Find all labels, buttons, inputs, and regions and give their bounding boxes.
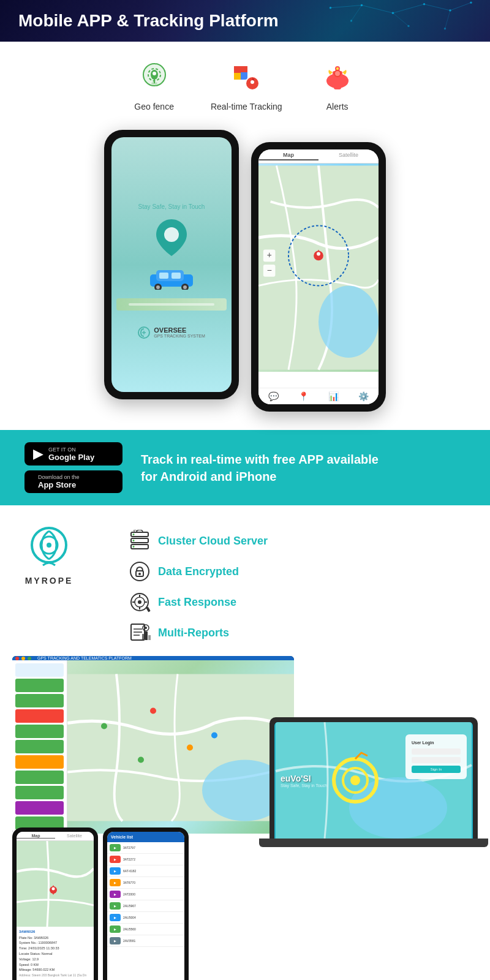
myrope-features-list: Cluster Cloud Server Data Encrypted (92, 524, 466, 644)
phones-section: Stay Safe, Stay in Touch (0, 124, 490, 430)
list-item: ▶ 3AT2797 (107, 842, 184, 854)
alerts-label: Alerts (326, 102, 349, 111)
laptop-brand: euVo'SI Stay Safe, Stay in Touch (281, 774, 327, 788)
cluster-label: Cluster Cloud Server (158, 535, 268, 548)
list-item: ▶ 2AU5560 (107, 924, 184, 935)
vehicle-id: 3AW6026 (19, 929, 91, 935)
svg-rect-73 (142, 634, 145, 640)
svg-rect-41 (159, 273, 168, 279)
topbar-dot-green (28, 657, 31, 660)
phone-bottom-nav: 💬 📍 📊 ⚙️ (258, 388, 379, 404)
phone-screen-left: Stay Safe, Stay in Touch (111, 137, 232, 392)
vehicle-id-text: 3AT2797 (123, 846, 135, 850)
vehicle-id-text: 6AT-6182 (123, 869, 136, 873)
nav-settings-icon: ⚙️ (358, 391, 369, 401)
phone-screen-right: Map Satellite (258, 149, 379, 404)
dashboard-container: GPS TRACKING AND TELEMATICS PLATFORM (12, 656, 478, 980)
svg-point-33 (335, 71, 340, 76)
laptop-screen-outer: User Login Sign In euVo'SI Stay Safe, St… (270, 717, 478, 839)
fast-response-icon (129, 591, 151, 613)
svg-point-20 (153, 72, 156, 75)
page-title: Mobile APP & Tracking Platform (18, 11, 472, 31)
tracking-label: Real-time Tracking (211, 102, 282, 111)
svg-rect-75 (148, 635, 151, 640)
svg-line-9 (331, 6, 362, 8)
svg-point-48 (317, 252, 320, 256)
svg-point-93 (52, 888, 55, 891)
vehicle-dot: ▶ (110, 844, 121, 851)
svg-point-90 (350, 775, 360, 785)
mileage-info: Mileage: 54690.022 KM (19, 967, 91, 973)
svg-point-45 (318, 285, 379, 358)
brand-sub: GPS TRACKING SYSTEM (154, 334, 205, 338)
vehicle-id-text: 2AV3581 (123, 939, 135, 943)
svg-text:−: − (267, 266, 272, 275)
lock-icon (129, 560, 151, 582)
geofence-icon (136, 60, 173, 97)
google-play-small: GET IT ON (48, 447, 94, 453)
address-info: Address: Steem 203 Bangkok Tank Lat 11 (… (19, 973, 91, 978)
svg-point-29 (336, 67, 339, 70)
apple-text: Download on the App Store (38, 474, 80, 489)
login-box: User Login Sign In (405, 734, 467, 779)
time-info: Time: 24/01/2025 11:30:33 (19, 946, 91, 951)
svg-line-13 (450, 2, 471, 10)
header-section: Mobile APP & Tracking Platform (0, 0, 490, 42)
vehicle-dot: ▶ (110, 914, 121, 921)
google-play-name: Google Play (48, 453, 94, 462)
location-pin-icon (153, 216, 190, 259)
feature-geofence: Geo fence (134, 60, 174, 111)
list-item: ▶ 3AT2272 (107, 854, 184, 865)
bottom-phone-left-screen: Map Satellite (17, 832, 94, 980)
vehicle-list-scroll: ▶ 3AT2797 ▶ 3AT2272 ▶ 6AT-6182 ▶ (107, 842, 184, 980)
svg-point-67 (138, 600, 141, 604)
app-brand: OVERSEE GPS TRACKING SYSTEM (138, 326, 205, 339)
vehicle-list-screen: Vehicle list ▶ 3AT2797 ▶ 3AT2272 ▶ (107, 832, 184, 980)
platform-sidebar (12, 660, 67, 834)
tracking-icon (228, 60, 265, 97)
svg-point-80 (101, 723, 107, 729)
phone-map-left-svg (17, 841, 94, 927)
list-item: ▶ 2AU5004 (107, 912, 184, 924)
topbar-dot-red (15, 657, 19, 660)
phone-notch-right (300, 142, 337, 149)
svg-point-64 (138, 573, 141, 575)
features-section: Geo fence Real-time Tracking (0, 42, 490, 124)
svg-point-87 (349, 777, 447, 839)
vehicle-id-text: 2AU5004 (123, 916, 136, 919)
svg-point-83 (138, 757, 144, 763)
cluster-server-icon (129, 530, 151, 552)
voltage-info: Voltage: 12.9 (19, 957, 91, 962)
login-button[interactable]: Sign In (412, 766, 461, 773)
list-item: ▶ 2AU5967 (107, 900, 184, 912)
laptop-device: User Login Sign In euVo'SI Stay Safe, St… (270, 717, 478, 847)
google-play-badge[interactable]: ▶ GET IT ON Google Play (24, 442, 123, 466)
svg-point-55 (47, 543, 51, 548)
svg-point-25 (251, 80, 254, 84)
feature-tracking: Real-time Tracking (211, 60, 282, 111)
dashboard-area: GPS TRACKING AND TELEMATICS PLATFORM (0, 656, 490, 980)
fast-response-label: Fast Response (158, 596, 236, 609)
laptop-sub-text: Stay Safe, Stay in Touch (281, 783, 327, 788)
appstore-tagline: Track in real-time with free APP availab… (141, 451, 379, 485)
system-no: System No.: 1190006847 (19, 940, 91, 946)
alerts-icon (319, 60, 356, 97)
map-tabs: Map Satellite (258, 149, 379, 164)
platform-layout: GPS TRACKING AND TELEMATICS PLATFORM (12, 656, 294, 834)
platform-map (67, 660, 294, 834)
map-tab: Map (258, 152, 318, 160)
phone-left-tabs: Map Satellite (17, 832, 94, 841)
map-roads-svg: + − (258, 164, 379, 372)
list-item: ▶ 3AT6770 (107, 877, 184, 889)
svg-point-82 (187, 745, 193, 751)
svg-point-40 (183, 285, 187, 289)
encrypted-label: Data Encrypted (158, 565, 239, 578)
plate-info: Plate No: 3AW6026 (19, 935, 91, 941)
apple-badge[interactable]: Download on the App Store (24, 470, 123, 493)
nav-location-icon: 📍 (298, 391, 309, 401)
speed-info: Speed: 0 KM (19, 962, 91, 968)
apple-name: App Store (38, 480, 80, 489)
myrope-brand-name: MYROPE (25, 576, 74, 586)
svg-point-34 (164, 227, 179, 242)
laptop-base (259, 839, 488, 847)
